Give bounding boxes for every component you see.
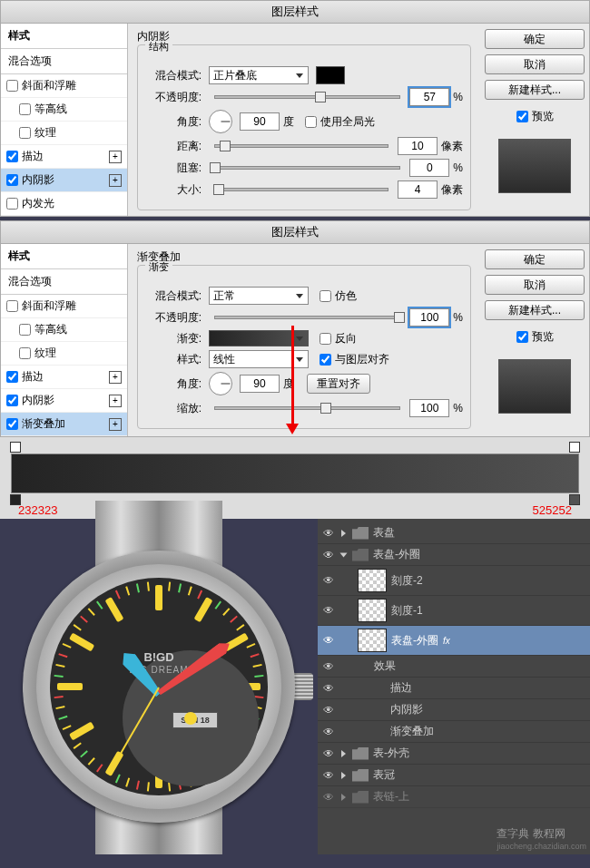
angle-input[interactable]: 90: [240, 112, 280, 131]
ok-button[interactable]: 确定: [485, 29, 585, 49]
effect-checkbox[interactable]: [19, 347, 31, 359]
layer-row[interactable]: 👁表冠: [318, 765, 590, 786]
visibility-icon[interactable]: 👁: [321, 682, 336, 695]
visibility-icon[interactable]: 👁: [321, 791, 336, 804]
effect-checkbox[interactable]: [6, 418, 18, 430]
size-slider[interactable]: [214, 188, 388, 191]
cancel-button[interactable]: 取消: [485, 275, 585, 295]
watermark: 查字典 教程网 jiaocheng.chazidian.com: [497, 826, 586, 851]
new-style-button[interactable]: 新建样式...: [485, 300, 585, 320]
effect-checkbox[interactable]: [19, 103, 31, 115]
opacity-slider[interactable]: [214, 316, 400, 319]
layer-row[interactable]: 👁效果: [318, 656, 590, 678]
layer-row[interactable]: 👁渐变叠加: [318, 721, 590, 743]
effect-斜面和浮雕[interactable]: 斜面和浮雕: [1, 74, 127, 98]
add-effect-icon[interactable]: +: [109, 395, 122, 407]
center-dot: [184, 712, 197, 725]
ok-button[interactable]: 确定: [485, 249, 585, 269]
reverse-checkbox[interactable]: [320, 333, 331, 345]
effect-等高线[interactable]: 等高线: [1, 98, 127, 122]
add-effect-icon[interactable]: +: [109, 174, 122, 187]
size-input[interactable]: 4: [398, 180, 438, 199]
effect-纹理[interactable]: 纹理: [1, 122, 127, 145]
effect-描边[interactable]: 描边+: [1, 366, 127, 389]
effect-checkbox[interactable]: [19, 127, 31, 139]
add-effect-icon[interactable]: +: [109, 418, 122, 431]
reset-align-button[interactable]: 重置对齐: [307, 374, 370, 394]
visibility-icon[interactable]: 👁: [321, 574, 336, 587]
opacity-slider[interactable]: [214, 95, 400, 99]
blend-options[interactable]: 混合选项: [1, 269, 127, 295]
distance-input[interactable]: 10: [398, 137, 438, 155]
layer-row[interactable]: 👁刻度-1: [318, 596, 590, 626]
dither-checkbox[interactable]: [320, 290, 331, 302]
new-style-button[interactable]: 新建样式...: [485, 80, 585, 100]
opacity-stop-left[interactable]: [10, 442, 21, 453]
angle-dial[interactable]: [209, 110, 232, 133]
effect-checkbox[interactable]: [19, 324, 31, 336]
gradient-bar[interactable]: [11, 454, 579, 493]
effect-checkbox[interactable]: [6, 151, 18, 162]
scale-slider[interactable]: [214, 406, 400, 410]
add-effect-icon[interactable]: +: [109, 371, 122, 384]
distance-slider[interactable]: [214, 144, 388, 148]
effect-渐变叠加[interactable]: 渐变叠加+: [1, 413, 127, 436]
angle-label: 角度:: [145, 376, 202, 392]
preview-checkbox[interactable]: [516, 331, 528, 343]
effect-纹理[interactable]: 纹理: [1, 342, 127, 366]
folder-icon: [352, 769, 369, 782]
visibility-icon[interactable]: 👁: [321, 769, 336, 782]
effect-内阴影[interactable]: 内阴影+: [1, 169, 127, 192]
layer-row[interactable]: 👁表盘-外圈: [318, 544, 590, 566]
sidebar-header[interactable]: 样式: [1, 24, 127, 49]
effect-checkbox[interactable]: [6, 174, 18, 186]
add-effect-icon[interactable]: +: [109, 151, 122, 163]
layer-row[interactable]: 👁表链-上: [318, 786, 590, 808]
visibility-icon[interactable]: 👁: [321, 660, 336, 673]
effect-sidebar: 样式 混合选项 斜面和浮雕等高线纹理描边+内阴影+内发光: [1, 24, 128, 216]
scale-label: 缩放:: [145, 401, 202, 416]
visibility-icon[interactable]: 👁: [321, 634, 336, 647]
visibility-icon[interactable]: 👁: [321, 726, 336, 738]
global-light-checkbox[interactable]: [305, 116, 317, 128]
sidebar-header[interactable]: 样式: [1, 244, 127, 269]
visibility-icon[interactable]: 👁: [321, 604, 336, 617]
cancel-button[interactable]: 取消: [485, 54, 585, 74]
layer-row[interactable]: 👁表-外壳: [318, 743, 590, 765]
choke-slider[interactable]: [214, 166, 400, 170]
blendmode-select[interactable]: 正常: [209, 287, 309, 305]
choke-input[interactable]: 0: [409, 159, 449, 177]
effect-checkbox[interactable]: [6, 198, 18, 210]
gradient-editor: 232323 525252: [0, 437, 590, 519]
visibility-icon[interactable]: 👁: [321, 747, 336, 760]
visibility-icon[interactable]: 👁: [321, 704, 336, 717]
layer-row[interactable]: 👁内阴影: [318, 699, 590, 721]
layer-row[interactable]: 👁表盘: [318, 522, 590, 544]
effect-等高线[interactable]: 等高线: [1, 318, 127, 342]
effect-checkbox[interactable]: [6, 371, 18, 383]
layer-row[interactable]: 👁描边: [318, 678, 590, 699]
align-checkbox[interactable]: [320, 354, 331, 366]
opacity-input[interactable]: 100: [409, 308, 449, 327]
effect-描边[interactable]: 描边+: [1, 145, 127, 169]
effect-内发光[interactable]: 内发光: [1, 192, 127, 216]
visibility-icon[interactable]: 👁: [321, 549, 336, 561]
layer-row[interactable]: 👁表盘-外圈 fx: [318, 626, 590, 656]
effect-斜面和浮雕[interactable]: 斜面和浮雕: [1, 295, 127, 318]
shadow-color-swatch[interactable]: [316, 66, 345, 84]
blend-options[interactable]: 混合选项: [1, 49, 127, 74]
angle-dial[interactable]: [209, 372, 232, 395]
layer-row[interactable]: 👁刻度-2: [318, 566, 590, 596]
blendmode-select[interactable]: 正片叠底: [209, 66, 309, 84]
opacity-stop-right[interactable]: [569, 442, 580, 453]
opacity-input[interactable]: 57: [409, 88, 449, 106]
effect-checkbox[interactable]: [6, 300, 18, 312]
visibility-icon[interactable]: 👁: [321, 527, 336, 540]
blendmode-label: 混合模式:: [145, 68, 202, 83]
effect-checkbox[interactable]: [6, 395, 18, 406]
angle-input[interactable]: 90: [240, 375, 280, 393]
preview-checkbox[interactable]: [516, 111, 528, 122]
effect-checkbox[interactable]: [6, 80, 18, 92]
effect-内阴影[interactable]: 内阴影+: [1, 389, 127, 413]
scale-input[interactable]: 100: [409, 399, 449, 417]
